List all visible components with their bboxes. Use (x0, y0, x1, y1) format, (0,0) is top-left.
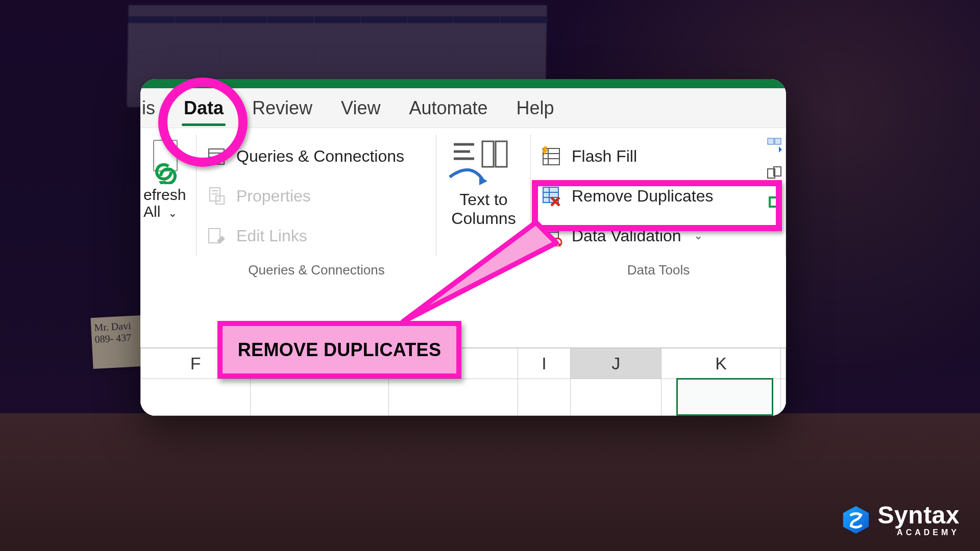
queries-connections-label: Queries & Connections (236, 147, 404, 166)
tab-view[interactable]: View (339, 94, 382, 122)
edit-links-label: Edit Links (236, 227, 307, 245)
chevron-down-icon[interactable]: ⌄ (168, 207, 177, 219)
svg-rect-14 (482, 141, 494, 167)
group-label-data-tools: Data Tools (531, 262, 786, 278)
annotation-rect-remove-duplicates (532, 180, 782, 231)
svg-rect-32 (768, 138, 774, 144)
brand-name: Syntax (878, 503, 960, 528)
column-header[interactable]: J (571, 348, 662, 379)
svg-marker-39 (403, 222, 556, 321)
background-desk (0, 413, 980, 551)
tab-help[interactable]: Help (514, 94, 556, 122)
svg-marker-16 (479, 176, 487, 185)
edit-links-icon (207, 226, 227, 246)
properties-label: Properties (236, 187, 311, 206)
properties-button: Properties (207, 176, 426, 216)
refresh-label-line1: efresh (143, 186, 186, 203)
watermark-brand: Syntax ACADEMY (841, 503, 960, 537)
text-to-columns-icon[interactable] (447, 139, 508, 185)
column-header[interactable] (781, 348, 786, 379)
tab-automate[interactable]: Automate (407, 94, 489, 122)
consolidate-icon[interactable] (767, 137, 782, 153)
ttc-label-line1: Text to (459, 190, 507, 209)
syntax-logo-icon (841, 505, 871, 535)
flash-fill-label: Flash Fill (572, 147, 637, 166)
properties-icon (207, 186, 227, 206)
relationships-icon[interactable] (767, 166, 782, 181)
flash-fill-button[interactable]: Flash Fill (541, 136, 776, 176)
annotation-callout-text: REMOVE DUPLICATES (238, 339, 441, 361)
svg-marker-34 (779, 146, 782, 153)
flash-fill-icon (541, 145, 562, 167)
annotation-callout-box: REMOVE DUPLICATES (217, 321, 461, 379)
column-header[interactable]: K (662, 348, 781, 379)
refresh-label-line2: All (143, 203, 160, 220)
brand-subname: ACADEMY (878, 529, 960, 537)
column-header[interactable]: I (518, 348, 570, 379)
tab-formulas-partial[interactable]: is (140, 94, 157, 122)
annotation-circle-data-tab (158, 78, 248, 167)
tab-review[interactable]: Review (250, 94, 314, 122)
window-titlebar (140, 79, 786, 88)
svg-rect-15 (496, 141, 507, 167)
refresh-all-button[interactable]: efresh All ⌄ (143, 186, 186, 220)
svg-rect-33 (775, 138, 781, 144)
